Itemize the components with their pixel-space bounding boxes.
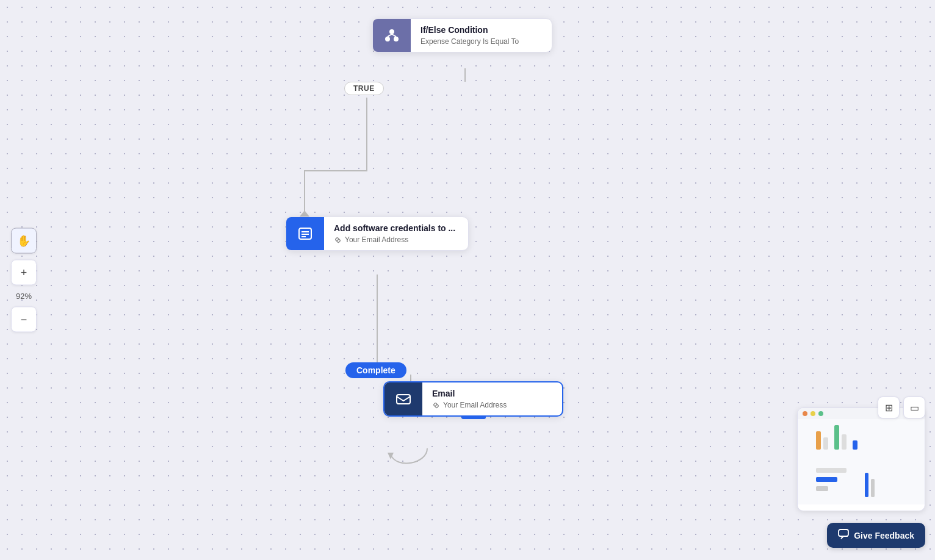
minimap bbox=[797, 407, 925, 511]
add-credentials-icon bbox=[286, 217, 324, 250]
add-credentials-title: Add software credentials to ... bbox=[334, 223, 455, 233]
hand-icon: ✋ bbox=[17, 234, 31, 248]
svg-marker-4 bbox=[388, 453, 394, 459]
screen-view-button[interactable]: ▭ bbox=[903, 397, 925, 418]
mini-bar-10 bbox=[871, 479, 875, 497]
mini-bar-6 bbox=[816, 468, 847, 473]
grid-icon: ⊞ bbox=[885, 402, 893, 414]
mini-bar-8 bbox=[816, 486, 828, 491]
email-icon bbox=[384, 382, 422, 415]
mini-bar-3 bbox=[834, 425, 839, 450]
svg-marker-1 bbox=[300, 210, 309, 217]
mini-bar-4 bbox=[842, 434, 847, 450]
mini-bar-2 bbox=[823, 437, 828, 450]
connectors-svg bbox=[0, 0, 935, 560]
minimap-dot-green bbox=[818, 411, 823, 416]
email-node[interactable]: Email Your Email Address bbox=[383, 381, 563, 417]
add-credentials-subtitle: Your Email Address bbox=[334, 235, 455, 244]
add-credentials-content: Add software credentials to ... Your Ema… bbox=[324, 217, 465, 250]
email-subtitle: Your Email Address bbox=[432, 401, 507, 409]
complete-badge[interactable]: Complete bbox=[345, 362, 406, 378]
svg-line-16 bbox=[435, 404, 437, 406]
svg-point-7 bbox=[394, 37, 399, 41]
email-title: Email bbox=[432, 389, 507, 398]
if-else-subtitle: Expense Category Is Equal To bbox=[421, 37, 519, 46]
mini-bar-9 bbox=[865, 473, 868, 497]
svg-point-5 bbox=[389, 29, 394, 34]
svg-rect-17 bbox=[839, 529, 848, 536]
minimap-dot-red bbox=[803, 411, 807, 416]
minimap-dot-yellow bbox=[810, 411, 815, 416]
feedback-icon bbox=[838, 529, 849, 542]
if-else-icon bbox=[373, 19, 411, 52]
toolbar-left: ✋ + 92% − bbox=[11, 228, 37, 332]
mini-bar-5 bbox=[853, 440, 857, 450]
give-feedback-button[interactable]: Give Feedback bbox=[827, 523, 925, 548]
true-badge: TRUE bbox=[344, 82, 384, 95]
if-else-title: If/Else Condition bbox=[421, 25, 519, 35]
email-content: Email Your Email Address bbox=[422, 382, 516, 415]
resize-handle[interactable] bbox=[461, 415, 486, 419]
svg-line-8 bbox=[388, 34, 392, 37]
zoom-out-icon: − bbox=[21, 313, 27, 326]
if-else-content: If/Else Condition Expense Category Is Eq… bbox=[411, 19, 529, 52]
zoom-out-button[interactable]: − bbox=[11, 307, 37, 332]
svg-point-6 bbox=[385, 37, 390, 41]
if-else-node[interactable]: If/Else Condition Expense Category Is Eq… bbox=[372, 18, 552, 52]
grid-view-button[interactable]: ⊞ bbox=[878, 397, 900, 418]
svg-line-14 bbox=[337, 239, 339, 241]
flow-canvas: If/Else Condition Expense Category Is Eq… bbox=[0, 0, 935, 560]
zoom-in-button[interactable]: + bbox=[11, 260, 37, 285]
zoom-in-icon: + bbox=[21, 266, 27, 279]
screen-icon: ▭ bbox=[910, 402, 919, 414]
mini-bar-1 bbox=[816, 431, 821, 450]
view-toggle-buttons: ⊞ ▭ bbox=[878, 397, 925, 418]
add-credentials-node[interactable]: Add software credentials to ... Your Ema… bbox=[286, 217, 469, 251]
zoom-level: 92% bbox=[16, 292, 32, 301]
minimap-body bbox=[798, 419, 925, 504]
hand-tool-button[interactable]: ✋ bbox=[11, 228, 37, 254]
svg-rect-15 bbox=[397, 395, 410, 404]
svg-line-9 bbox=[392, 34, 396, 37]
give-feedback-label: Give Feedback bbox=[854, 531, 914, 540]
mini-bar-7 bbox=[816, 477, 837, 482]
